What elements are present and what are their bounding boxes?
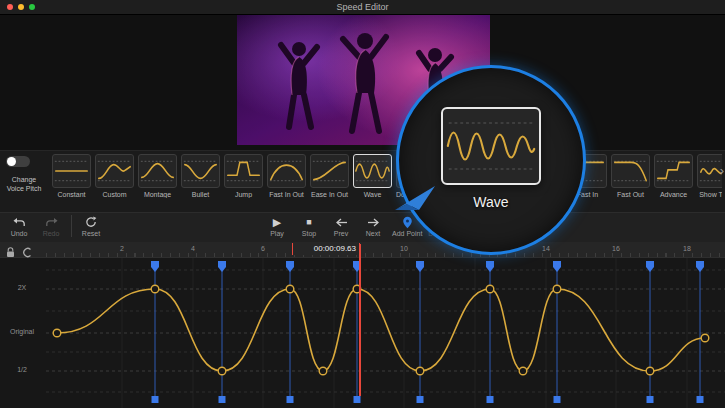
preset-label: Show Time [697,191,722,198]
preset-label: Custom [95,191,134,198]
preset-scroll-right-icon[interactable]: › [720,163,724,178]
ruler-tick: 16 [612,245,620,252]
preset-wave[interactable]: Wave [353,154,392,198]
stop-icon: ■ [306,215,311,229]
speed-editor-window: Speed Editor [0,0,725,408]
preset-bullet[interactable]: Bullet [181,154,220,198]
ruler-tick: 14 [542,245,550,252]
custom-curve-icon [95,154,134,188]
reset-icon [85,215,97,229]
next-icon [367,215,380,229]
preset-jump[interactable]: Jump [224,154,263,198]
preset-label: Wave [353,191,392,198]
preset-fastinout[interactable]: Fast In Out [267,154,306,198]
preset-fastout[interactable]: Fast Out [611,154,650,198]
redo-icon [45,215,58,229]
speed-curve-canvas[interactable] [0,258,725,408]
window-title: Speed Editor [0,2,725,12]
wave-curve-icon [353,154,392,188]
preset-label: Bullet [181,191,220,198]
preset-label: Fast In Out [267,191,306,198]
row-label-half: 1/2 [2,366,42,373]
preset-label: Constant [52,191,91,198]
speed-graph[interactable] [0,258,725,408]
wave-curve-large [443,109,539,183]
timecode: 00:00:09.63 [292,243,360,255]
play-button[interactable]: ▶Play [262,215,292,237]
curve-icon[interactable] [22,244,32,262]
preset-easeinout[interactable]: Ease In Out [310,154,349,198]
lock-icon[interactable] [6,244,15,262]
ruler-tick: 2 [120,245,124,252]
redo-button: Redo [36,215,66,237]
easeinout-curve-icon [310,154,349,188]
fastinout-curve-icon [267,154,306,188]
fastout-curve-icon [611,154,650,188]
pin-icon [402,215,413,229]
ruler-tick: 10 [400,245,408,252]
play-icon: ▶ [273,215,281,229]
toolbar: UndoRedoReset ▶Play■StopPrevNextAdd Poin… [0,212,725,242]
magnified-wave-tile [441,107,541,185]
row-label-2x: 2X [2,284,42,291]
magnifier-overlay: Wave [396,65,586,255]
showtime-curve-icon [697,154,722,188]
reset-button[interactable]: Reset [71,215,106,237]
jump-curve-icon [224,154,263,188]
row-label-original: Original [2,328,42,335]
ruler-tick: 6 [261,245,265,252]
titlebar: Speed Editor [0,0,725,15]
prev-icon [335,215,348,229]
undo-icon [13,215,26,229]
preset-label: Ease In Out [310,191,349,198]
preset-label: Advance [654,191,693,198]
toggle-knob [7,157,16,166]
constant-curve-icon [52,154,91,188]
undo-button[interactable]: Undo [4,215,34,237]
next-button[interactable]: Next [358,215,388,237]
preset-constant[interactable]: Constant [52,154,91,198]
voice-pitch-toggle[interactable] [6,156,30,167]
timeline-ruler[interactable]: 24681012141618 00:00:09.63 [0,242,725,258]
ruler-tick: 18 [683,245,691,252]
advance-curve-icon [654,154,693,188]
ruler-tick: 4 [191,245,195,252]
playhead[interactable] [359,244,361,396]
stop-button[interactable]: ■Stop [294,215,324,237]
prev-button[interactable]: Prev [326,215,356,237]
montage-curve-icon [138,154,177,188]
preset-label: Fast Out [611,191,650,198]
preset-list: ConstantCustomMontageBulletJumpFast In O… [52,154,722,198]
preset-label: Montage [138,191,177,198]
preset-montage[interactable]: Montage [138,154,177,198]
ruler-tools [6,244,32,262]
preset-strip: Change Voice Pitch ConstantCustomMontage… [0,150,725,213]
preset-advance[interactable]: Advance [654,154,693,198]
preset-custom[interactable]: Custom [95,154,134,198]
preset-showtime[interactable]: Show Time [697,154,722,198]
cursor-icon [393,184,437,212]
preview-area [0,15,725,150]
preset-label: Jump [224,191,263,198]
voice-pitch-label: Change Voice Pitch [0,175,48,193]
bullet-curve-icon [181,154,220,188]
history-group: UndoRedoReset [4,215,106,237]
